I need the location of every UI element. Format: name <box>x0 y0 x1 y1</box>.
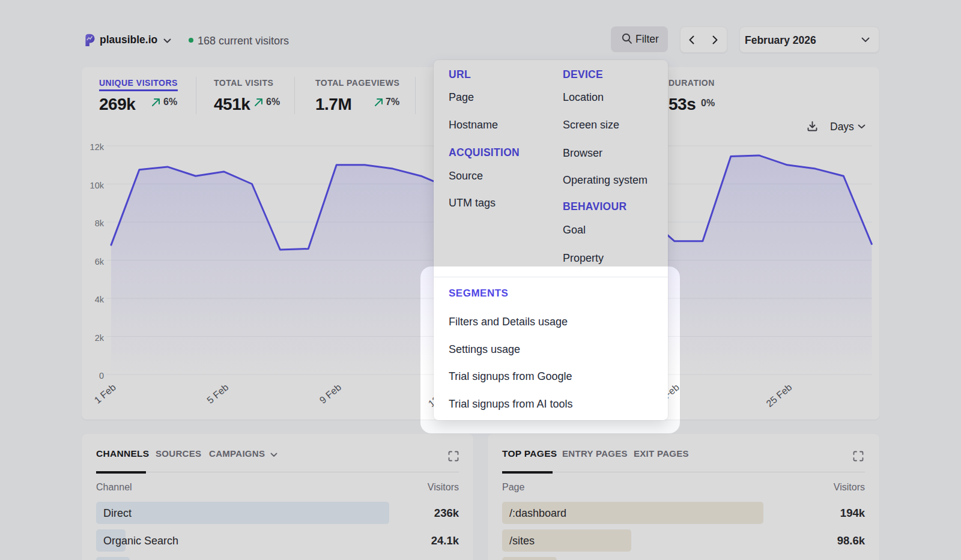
svg-text:6k: 6k <box>95 257 105 266</box>
svg-text:12k: 12k <box>90 142 105 152</box>
svg-text:0: 0 <box>99 371 104 381</box>
svg-text:4k: 4k <box>95 295 105 304</box>
svg-text:10k: 10k <box>90 181 105 190</box>
svg-text:25 Feb: 25 Feb <box>764 382 793 409</box>
svg-text:2k: 2k <box>95 333 105 343</box>
svg-text:5 Feb: 5 Feb <box>205 382 230 405</box>
svg-text:9 Feb: 9 Feb <box>318 382 343 405</box>
svg-text:1 Feb: 1 Feb <box>92 382 118 405</box>
svg-text:8k: 8k <box>95 218 105 228</box>
